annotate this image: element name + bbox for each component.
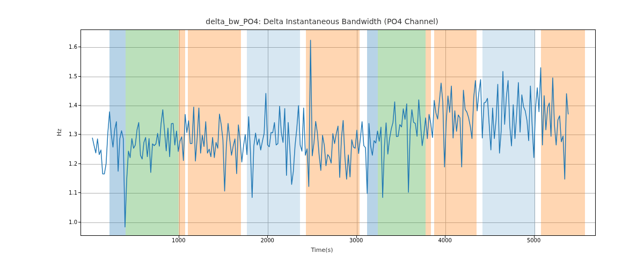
x-tick-label: 4000 [438,237,451,243]
y-tick-label: 1.3 [69,131,77,137]
x-tick-mark [445,236,445,238]
y-axis-label: Hz [56,129,63,136]
y-tick-mark [78,222,80,222]
y-tick-mark [78,105,80,106]
y-tick-label: 1.4 [69,102,77,108]
y-tick-mark [78,192,80,193]
y-tick-mark [78,76,80,77]
x-axis-label: Time(s) [0,247,644,254]
x-tick-label: 5000 [527,237,540,243]
y-tick-mark [78,134,80,135]
series-line [92,40,568,227]
plot-area [80,29,596,236]
y-tick-label: 1.6 [69,44,77,50]
y-tick-label: 1.0 [69,219,77,225]
x-tick-mark [179,236,179,238]
x-tick-mark [356,236,357,238]
y-tick-mark [78,47,80,47]
y-tick-label: 1.1 [69,190,77,196]
y-tick-label: 1.5 [69,73,77,79]
x-tick-label: 2000 [261,237,274,243]
y-tick-label: 1.2 [69,160,77,166]
x-tick-mark [267,236,268,238]
y-tick-mark [78,163,80,164]
x-tick-label: 1000 [172,237,185,243]
chart-title: delta_bw_PO4: Delta Instantaneous Bandwi… [0,17,644,26]
figure: delta_bw_PO4: Delta Instantaneous Bandwi… [0,0,644,268]
x-tick-label: 3000 [349,237,363,243]
series-svg [81,30,595,235]
x-tick-mark [534,236,535,238]
